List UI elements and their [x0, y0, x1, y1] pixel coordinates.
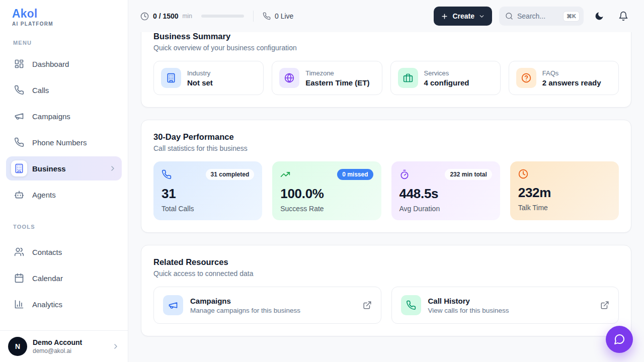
sidebar-item-analytics[interactable]: Analytics — [6, 292, 122, 316]
search-shortcut-badge: ⌘K — [563, 11, 580, 22]
notifications-button[interactable] — [615, 8, 632, 25]
sidebar-item-calendar[interactable]: Calendar — [6, 266, 122, 290]
stat-badge: 0 missed — [337, 169, 373, 180]
account-menu[interactable]: N Demo Account demo@akol.ai — [0, 330, 128, 362]
content-column: 0 / 1500 min 0 Live Create — [128, 0, 644, 362]
sidebar: Akol AI PLATFORM MENU Dashboard Calls — [0, 0, 128, 362]
clock-icon — [518, 169, 528, 179]
stat-badge: 232 min total — [445, 169, 492, 180]
stat-label: Avg Duration — [399, 205, 492, 213]
sidebar-nav: MENU Dashboard Calls Campaigns — [0, 30, 128, 316]
resources-grid: Campaigns Manage campaigns for this busi… — [153, 287, 619, 324]
summary-label: Industry — [187, 69, 213, 77]
section-title: 30-Day Performance — [153, 132, 619, 142]
moon-icon — [594, 11, 604, 21]
phone-icon — [401, 295, 421, 315]
calendar-icon — [11, 270, 27, 286]
plus-icon — [441, 13, 448, 20]
search-box[interactable]: ⌘K — [499, 7, 584, 26]
stat-label: Total Calls — [162, 205, 254, 213]
resource-title: Call History — [428, 297, 509, 305]
usage-unit: min — [183, 13, 192, 20]
stat-label: Talk Time — [518, 204, 611, 212]
summary-value: 4 configured — [424, 78, 469, 87]
logo-block: Akol AI PLATFORM — [0, 0, 128, 30]
related-resources-card: Related Resources Quick access to connec… — [141, 245, 631, 336]
dashboard-grid-icon — [11, 56, 27, 72]
bar-chart-icon — [11, 296, 27, 312]
stat-success-rate: 0 missed 100.0% Success Rate — [272, 161, 381, 220]
stats-grid: 31 completed 31 Total Calls 0 missed 100… — [153, 161, 619, 220]
summary-label: Services — [424, 69, 469, 77]
tools-section-label: TOOLS — [0, 209, 128, 238]
usage-meter: 0 / 1500 min — [140, 12, 244, 21]
header-divider — [253, 11, 254, 22]
stat-value: 31 — [162, 186, 254, 202]
create-button[interactable]: Create — [434, 7, 492, 26]
bell-icon — [618, 11, 628, 21]
sidebar-item-calls[interactable]: Calls — [6, 78, 122, 102]
live-calls-label: 0 Live — [275, 12, 293, 20]
search-input[interactable] — [517, 12, 559, 20]
dark-mode-toggle[interactable] — [591, 8, 608, 25]
phone-icon — [162, 169, 172, 179]
sidebar-item-agents[interactable]: Agents — [6, 183, 122, 207]
section-title: Business Summary — [153, 32, 619, 41]
summary-card-services: Services 4 configured — [390, 61, 501, 95]
avatar: N — [8, 337, 27, 356]
sidebar-item-contacts[interactable]: Contacts — [6, 240, 122, 264]
sidebar-item-label: Contacts — [32, 248, 62, 256]
chat-bubble-icon — [613, 333, 625, 345]
resource-description: View calls for this business — [428, 307, 509, 314]
resource-title: Campaigns — [190, 297, 300, 305]
stat-badge: 31 completed — [206, 169, 255, 180]
sidebar-item-label: Phone Numbers — [32, 138, 87, 147]
account-info: Demo Account demo@akol.ai — [33, 338, 82, 354]
chat-fab-button[interactable] — [606, 326, 633, 353]
phone-call-icon — [11, 82, 27, 98]
stat-label: Success Rate — [280, 205, 373, 213]
logo-subtitle: AI PLATFORM — [12, 21, 116, 27]
resource-link-campaigns[interactable]: Campaigns Manage campaigns for this busi… — [153, 287, 381, 324]
create-button-label: Create — [452, 12, 474, 20]
section-subtitle: Call statistics for this business — [153, 144, 619, 152]
menu-section-label: MENU — [0, 30, 128, 50]
section-subtitle: Quick overview of your business configur… — [153, 44, 619, 52]
sidebar-item-label: Calls — [32, 86, 49, 95]
sidebar-item-business[interactable]: Business — [6, 156, 122, 180]
sidebar-item-campaigns[interactable]: Campaigns — [6, 104, 122, 128]
summary-value: 2 answers ready — [542, 78, 601, 87]
section-title: Related Resources — [153, 257, 619, 267]
sidebar-item-phone-numbers[interactable]: Phone Numbers — [6, 130, 122, 154]
building-icon — [161, 68, 181, 88]
sidebar-item-label: Agents — [32, 191, 56, 199]
app-logo: Akol — [12, 7, 116, 21]
megaphone-icon — [11, 108, 27, 124]
main-content: Business Summary Quick overview of your … — [128, 32, 644, 362]
stat-total-calls: 31 completed 31 Total Calls — [153, 161, 262, 220]
external-link-icon — [600, 301, 609, 310]
help-circle-icon — [516, 68, 536, 88]
account-email: demo@akol.ai — [33, 347, 82, 354]
sidebar-item-dashboard[interactable]: Dashboard — [6, 52, 122, 76]
timer-icon — [399, 169, 410, 179]
sidebar-item-label: Calendar — [32, 274, 63, 283]
section-subtitle: Quick access to connected data — [153, 269, 619, 278]
resource-description: Manage campaigns for this business — [190, 307, 300, 314]
sidebar-item-label: Analytics — [32, 300, 62, 309]
stat-talk-time: 232m Talk Time — [510, 161, 619, 220]
resource-link-call-history[interactable]: Call History View calls for this busines… — [391, 287, 619, 324]
usage-value: 0 / 1500 — [153, 12, 179, 20]
megaphone-icon — [163, 295, 183, 315]
stat-value: 448.5s — [399, 186, 492, 202]
sidebar-item-label: Dashboard — [32, 60, 69, 68]
performance-card: 30-Day Performance Call statistics for t… — [141, 120, 631, 233]
summary-grid: Industry Not set Timezone Eastern Time (… — [153, 61, 619, 95]
top-header: 0 / 1500 min 0 Live Create — [128, 0, 644, 32]
summary-label: Timezone — [305, 69, 369, 77]
usage-progress-bar — [201, 15, 244, 18]
phone-icon — [263, 12, 271, 20]
account-name: Demo Account — [33, 338, 82, 346]
summary-value: Not set — [187, 78, 213, 87]
summary-value: Eastern Time (ET) — [305, 78, 369, 87]
